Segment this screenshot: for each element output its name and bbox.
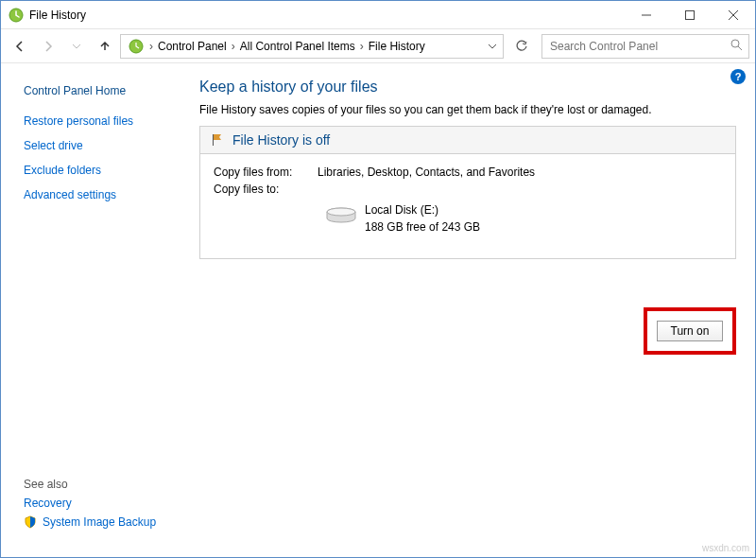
disk-name: Local Disk (E:) (365, 201, 480, 218)
maximize-button[interactable] (668, 1, 712, 28)
breadcrumb-item[interactable]: File History (366, 38, 428, 55)
search-input[interactable] (548, 39, 743, 54)
chevron-right-icon[interactable]: › (360, 40, 364, 53)
window-title: File History (29, 9, 625, 22)
copy-to-label: Copy files to: (214, 183, 318, 196)
search-icon[interactable] (730, 39, 743, 54)
status-panel: File History is off Copy files from: Lib… (199, 126, 736, 259)
svg-point-6 (327, 208, 355, 216)
search-box[interactable] (541, 34, 749, 59)
turn-on-button[interactable]: Turn on (657, 321, 723, 341)
see-also-section: See also Recovery System Image Backup (24, 472, 180, 548)
content-area: ? Control Panel Home Restore personal fi… (1, 63, 755, 557)
copy-from-label: Copy files from: (214, 166, 318, 179)
hard-drive-icon (325, 207, 357, 224)
system-image-backup-link[interactable]: System Image Backup (24, 515, 180, 529)
sidebar-item-restore[interactable]: Restore personal files (24, 114, 180, 128)
watermark: wsxdn.com (702, 543, 749, 553)
svg-rect-1 (686, 10, 695, 19)
minimize-button[interactable] (625, 1, 668, 28)
chevron-right-icon[interactable]: › (232, 40, 235, 53)
recent-locations-button[interactable] (63, 33, 90, 60)
sidebar-item-select-drive[interactable]: Select drive (24, 139, 180, 152)
sidebar-item-advanced-settings[interactable]: Advanced settings (24, 188, 180, 201)
status-panel-body: Copy files from: Libraries, Desktop, Con… (200, 154, 735, 258)
address-bar[interactable]: › Control Panel › All Control Panel Item… (120, 34, 504, 59)
see-also-label: See also (24, 478, 180, 491)
control-panel-icon (129, 39, 144, 54)
flag-icon (210, 132, 225, 148)
recovery-link[interactable]: Recovery (24, 497, 180, 510)
svg-point-3 (731, 40, 739, 47)
chevron-right-icon[interactable]: › (149, 40, 153, 53)
svg-rect-4 (213, 134, 214, 146)
highlight-box: Turn on (644, 307, 736, 355)
window-controls (625, 1, 755, 28)
page-heading: Keep a history of your files (199, 78, 736, 96)
disk-space: 188 GB free of 243 GB (365, 218, 480, 235)
refresh-button[interactable] (509, 34, 534, 59)
system-image-backup-label: System Image Backup (43, 515, 156, 529)
sidebar-item-exclude-folders[interactable]: Exclude folders (24, 164, 180, 177)
file-history-window: File History › Control Panel › All Contr… (0, 0, 756, 558)
close-button[interactable] (712, 1, 755, 28)
main-panel: Keep a history of your files File Histor… (190, 63, 755, 557)
titlebar: File History (1, 1, 755, 29)
breadcrumb-item[interactable]: Control Panel (155, 38, 230, 55)
file-history-icon (9, 8, 24, 23)
up-button[interactable] (92, 33, 118, 60)
chevron-down-icon[interactable] (488, 42, 497, 51)
page-description: File History saves copies of your files … (199, 103, 736, 116)
breadcrumb-item[interactable]: All Control Panel Items (237, 38, 358, 55)
sidebar: Control Panel Home Restore personal file… (1, 63, 190, 557)
control-panel-home-link[interactable]: Control Panel Home (24, 84, 180, 97)
status-title: File History is off (232, 132, 330, 148)
back-button[interactable] (7, 33, 33, 60)
navigation-bar: › Control Panel › All Control Panel Item… (1, 29, 755, 63)
forward-button[interactable] (35, 33, 61, 60)
copy-from-value: Libraries, Desktop, Contacts, and Favori… (318, 166, 535, 179)
status-panel-header: File History is off (200, 127, 735, 154)
shield-icon (24, 515, 37, 529)
destination-drive: Local Disk (E:) 188 GB free of 243 GB (214, 201, 722, 235)
